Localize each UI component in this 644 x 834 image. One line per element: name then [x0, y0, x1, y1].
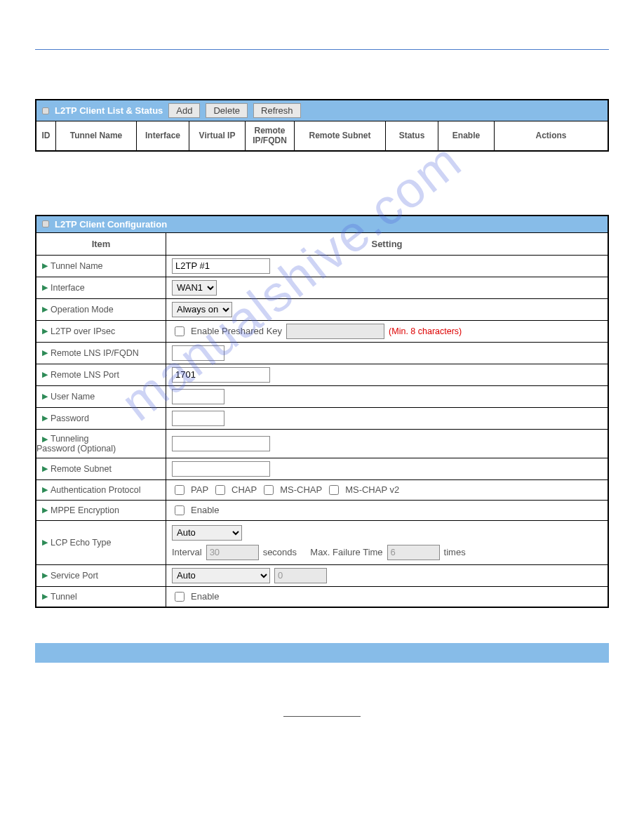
- row-tunneling-password: ▶Tunneling Password (Optional): [36, 429, 608, 458]
- remote-lns-ip-input[interactable]: [172, 345, 224, 361]
- mppe-enable-checkbox[interactable]: [175, 505, 185, 515]
- mppe-enable-label: Enable: [191, 505, 219, 515]
- password-input[interactable]: [172, 411, 224, 426]
- row-remote-lns-port: ▶Remote LNS Port: [36, 364, 608, 385]
- label-l2tp-ipsec: L2TP over IPsec: [51, 326, 115, 336]
- bottom-blue-bar: [35, 643, 609, 663]
- arrow-icon: ▶: [42, 413, 48, 423]
- auth-mschapv2-label: MS-CHAP v2: [345, 484, 399, 495]
- config-panel-header: L2TP Client Configuration: [36, 216, 608, 232]
- remote-lns-port-input[interactable]: [172, 367, 270, 383]
- preshared-key-input: [286, 324, 384, 339]
- lcp-interval-label: Interval: [172, 547, 202, 557]
- auth-chap-checkbox[interactable]: [215, 485, 225, 495]
- arrow-icon: ▶: [42, 464, 48, 473]
- bottom-white-space: [35, 675, 609, 708]
- auth-chap-label: CHAP: [232, 484, 257, 495]
- tunnel-name-input[interactable]: [172, 258, 270, 274]
- arrow-icon: ▶: [42, 505, 48, 515]
- arrow-icon: ▶: [42, 392, 48, 401]
- label-service-port: Service Port: [51, 571, 98, 581]
- arrow-icon: ▶: [42, 538, 48, 547]
- head-item: Item: [36, 233, 166, 255]
- config-column-headers: Item Setting: [36, 232, 608, 255]
- lcp-seconds-label: seconds: [263, 547, 297, 557]
- label-mppe: MPPE Encryption: [51, 505, 119, 515]
- add-button[interactable]: Add: [168, 103, 200, 118]
- lcp-maxfail-input: [387, 545, 440, 560]
- preshared-key-enable-text: Enable Preshared Key: [191, 326, 282, 336]
- row-user-name: ▶User Name: [36, 385, 608, 407]
- tunneling-password-input[interactable]: [172, 436, 270, 451]
- tunnel-enable-label: Enable: [191, 591, 219, 602]
- arrow-icon: ▶: [42, 326, 48, 336]
- label-remote-subnet: Remote Subnet: [51, 464, 112, 474]
- row-password: ▶Password: [36, 407, 608, 429]
- col-header-id: ID: [36, 121, 56, 150]
- row-operation-mode: ▶Operation Mode Always on: [36, 298, 608, 320]
- preshared-key-hint: (Min. 8 characters): [389, 326, 462, 336]
- col-header-enable: Enable: [438, 121, 495, 150]
- service-port-mode-select[interactable]: Auto: [172, 568, 270, 583]
- arrow-icon: ▶: [42, 485, 48, 494]
- lcp-maxfail-label: Max. Failure Time: [310, 547, 382, 557]
- lcp-echo-mode-select[interactable]: Auto: [172, 525, 242, 541]
- row-l2tp-over-ipsec: ▶L2TP over IPsec Enable Preshared Key (M…: [36, 320, 608, 342]
- label-tunneling-password-l2: Password (Optional): [36, 444, 116, 454]
- row-remote-lns-ip: ▶Remote LNS IP/FQDN: [36, 342, 608, 364]
- arrow-icon: ▶: [42, 370, 48, 379]
- label-tunnel: Tunnel: [51, 592, 77, 602]
- row-lcp-echo: ▶LCP Echo Type Auto Interval seconds Max…: [36, 520, 608, 564]
- row-tunnel: ▶Tunnel Enable: [36, 586, 608, 607]
- arrow-icon: ▶: [42, 435, 48, 443]
- bullet-icon: [42, 220, 49, 227]
- col-header-actions: Actions: [495, 121, 608, 150]
- label-operation-mode: Operation Mode: [51, 305, 114, 315]
- row-service-port: ▶Service Port Auto: [36, 564, 608, 586]
- label-remote-lns-ip: Remote LNS IP/FQDN: [51, 348, 139, 358]
- label-tunnel-name: Tunnel Name: [51, 261, 103, 271]
- label-interface: Interface: [51, 283, 85, 293]
- top-divider: [35, 49, 609, 50]
- bullet-icon: [42, 107, 49, 114]
- row-mppe: ▶MPPE Encryption Enable: [36, 500, 608, 520]
- list-panel-header: L2TP Client List & Status Add Delete Ref…: [36, 100, 608, 121]
- row-auth-protocol: ▶Authentication Protocol PAP CHAP MS-CHA…: [36, 479, 608, 500]
- arrow-icon: ▶: [42, 571, 48, 580]
- label-tunneling-password-l1: Tunneling: [51, 434, 88, 444]
- arrow-icon: ▶: [42, 305, 48, 314]
- auth-mschapv2-checkbox[interactable]: [329, 485, 339, 495]
- row-tunnel-name: ▶Tunnel Name: [36, 255, 608, 277]
- lcp-interval-input: [206, 545, 259, 560]
- operation-mode-select[interactable]: Always on: [172, 302, 232, 317]
- col-header-remote-ip: Remote IP/FQDN: [246, 121, 295, 150]
- col-header-interface: Interface: [137, 121, 189, 150]
- service-port-input: [274, 568, 327, 583]
- interface-select[interactable]: WAN1: [172, 280, 217, 296]
- arrow-icon: ▶: [42, 283, 48, 292]
- lcp-times-label: times: [444, 547, 466, 557]
- tunnel-enable-checkbox[interactable]: [175, 592, 185, 602]
- refresh-button[interactable]: Refresh: [253, 103, 301, 118]
- auth-pap-label: PAP: [191, 484, 208, 495]
- head-setting: Setting: [166, 233, 608, 255]
- preshared-key-enable-checkbox[interactable]: [175, 326, 185, 336]
- auth-mschap-checkbox[interactable]: [264, 485, 274, 495]
- arrow-icon: ▶: [42, 261, 48, 270]
- remote-subnet-input[interactable]: [172, 461, 270, 477]
- label-remote-lns-port: Remote LNS Port: [51, 370, 119, 380]
- row-interface: ▶Interface WAN1: [36, 277, 608, 298]
- config-panel-title: L2TP Client Configuration: [55, 219, 167, 230]
- label-auth-protocol: Authentication Protocol: [51, 485, 141, 495]
- label-lcp-echo: LCP Echo Type: [51, 538, 111, 548]
- col-header-tunnel-name: Tunnel Name: [56, 121, 137, 150]
- user-name-input[interactable]: [172, 389, 224, 404]
- delete-button[interactable]: Delete: [206, 103, 248, 118]
- auth-mschap-label: MS-CHAP: [280, 484, 322, 495]
- auth-pap-checkbox[interactable]: [175, 485, 185, 495]
- l2tp-client-list-panel: L2TP Client List & Status Add Delete Ref…: [35, 99, 609, 152]
- col-header-status: Status: [386, 121, 438, 150]
- label-password: Password: [51, 413, 89, 423]
- label-user-name: User Name: [51, 392, 95, 402]
- l2tp-client-config-panel: L2TP Client Configuration Item Setting ▶…: [35, 215, 609, 608]
